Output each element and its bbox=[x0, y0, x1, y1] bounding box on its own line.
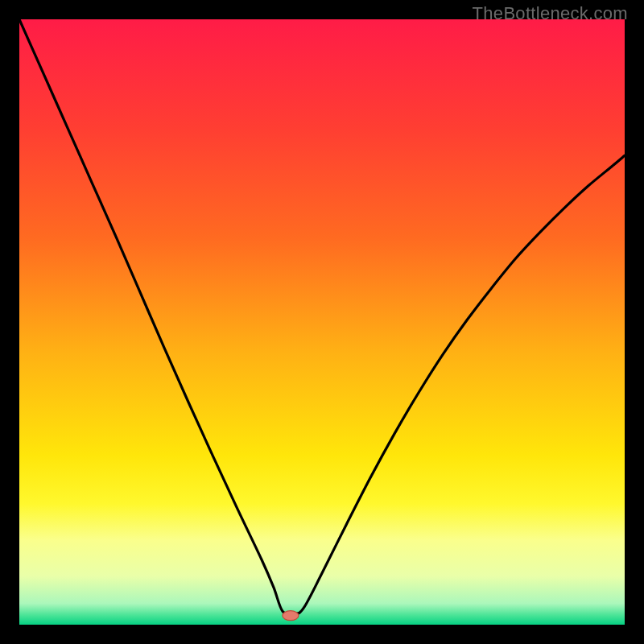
optimum-marker bbox=[283, 611, 299, 621]
bottleneck-plot bbox=[19, 19, 625, 625]
watermark-text: TheBottleneck.com bbox=[473, 3, 628, 24]
figure-frame: TheBottleneck.com line bbox=[0, 0, 644, 644]
gradient-background bbox=[19, 19, 625, 625]
chart-type-label: line bbox=[0, 0, 1, 1]
